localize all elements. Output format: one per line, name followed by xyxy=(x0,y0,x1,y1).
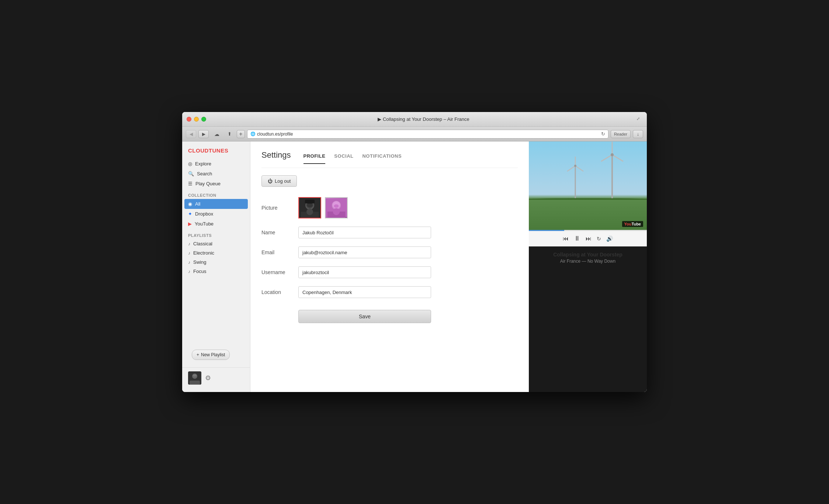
share-button[interactable]: ⬆ xyxy=(224,130,235,138)
sidebar-item-swing[interactable]: ♪ Swing xyxy=(182,258,250,267)
sidebar-item-search[interactable]: 🔍 Search xyxy=(182,169,250,179)
music-icon: ♪ xyxy=(188,260,190,265)
reader-button[interactable]: Reader xyxy=(611,130,631,138)
save-label: Save xyxy=(359,314,371,319)
explore-icon: ◎ xyxy=(188,161,192,167)
new-tab-button[interactable]: + xyxy=(237,130,245,138)
settings-icon[interactable]: ⚙ xyxy=(205,374,211,382)
tab-profile[interactable]: PROFILE xyxy=(303,153,326,164)
settings-content: Settings PROFILE SOCIAL NOTIFICATIONS ⏻ … xyxy=(250,141,529,392)
svg-point-22 xyxy=(574,165,576,167)
refresh-icon: ↻ xyxy=(597,236,601,242)
next-button[interactable]: ⏭ xyxy=(586,235,592,242)
playlist-label: Electronic xyxy=(193,250,214,256)
sidebar-item-dropbox[interactable]: ✦ Dropbox xyxy=(182,209,250,219)
minimize-button[interactable] xyxy=(194,117,199,122)
window-title: ▶ Collapsing at Your Doorstep – Air Fran… xyxy=(211,116,637,122)
email-row: Email xyxy=(261,246,518,258)
volume-button[interactable]: 🔊 xyxy=(606,235,613,242)
search-icon: 🔍 xyxy=(188,171,194,176)
svg-point-17 xyxy=(333,208,340,215)
sidebar-item-all[interactable]: ◉ All xyxy=(184,199,248,209)
sidebar-item-label: Explore xyxy=(195,161,211,167)
volume-icon: 🔊 xyxy=(606,235,613,242)
sidebar-item-label: All xyxy=(195,201,200,207)
sidebar-item-youtube[interactable]: ▶ YouTube xyxy=(182,219,250,229)
settings-title: Settings xyxy=(261,150,291,160)
url-text: cloudtun.es/profile xyxy=(257,132,598,137)
name-label: Name xyxy=(261,230,298,235)
cloud-icon: ☁ xyxy=(214,131,219,137)
sidebar-item-classical[interactable]: ♪ Classical xyxy=(182,239,250,248)
sidebar-item-electronic[interactable]: ♪ Electronic xyxy=(182,248,250,258)
address-bar[interactable]: 🌐 cloudtun.es/profile ↻ xyxy=(247,130,608,139)
name-row: Name xyxy=(261,227,518,238)
svg-rect-9 xyxy=(305,200,315,203)
sidebar-item-label: Dropbox xyxy=(195,211,213,217)
app-logo: CLOUDTUNES xyxy=(182,147,250,159)
avatar-secondary[interactable] xyxy=(325,197,348,218)
new-playlist-label: New Playlist xyxy=(201,352,225,357)
all-icon: ◉ xyxy=(188,201,192,207)
prev-icon: ⏮ xyxy=(563,235,569,242)
username-input[interactable] xyxy=(298,266,431,278)
share-icon: ⬆ xyxy=(228,131,232,137)
browser-toolbar: ◀ ▶ ☁ ⬆ + 🌐 cloudtun.es/profile ↻ Reader… xyxy=(182,127,647,141)
forward-button[interactable]: ▶ xyxy=(198,130,209,138)
playlist-label: Focus xyxy=(193,269,206,274)
back-button[interactable]: ◀ xyxy=(186,130,196,138)
expand-icon[interactable]: ⤢ xyxy=(637,116,642,122)
sidebar: CLOUDTUNES ◎ Explore 🔍 Search ☰ Play Que… xyxy=(182,141,250,392)
youtube-icon: ▶ xyxy=(188,221,192,227)
svg-point-3 xyxy=(193,374,197,377)
title-bar: ▶ Collapsing at Your Doorstep – Air Fran… xyxy=(182,112,647,127)
main-content: CLOUDTUNES ◎ Explore 🔍 Search ☰ Play Que… xyxy=(182,141,647,392)
queue-icon: ☰ xyxy=(188,181,192,186)
svg-line-25 xyxy=(601,155,612,161)
refresh-button[interactable]: ↻ xyxy=(597,235,601,242)
svg-point-27 xyxy=(611,153,614,156)
user-avatar[interactable] xyxy=(188,371,201,385)
location-label: Location xyxy=(261,289,298,295)
username-label: Username xyxy=(261,269,298,275)
music-icon: ♪ xyxy=(188,251,190,256)
collection-section-label: COLLECTION xyxy=(182,189,250,199)
name-input[interactable] xyxy=(298,227,431,238)
track-info: Collapsing at Your Doorstep Air France —… xyxy=(529,246,647,269)
secure-icon: 🌐 xyxy=(250,132,256,136)
save-button[interactable]: Save xyxy=(298,310,431,323)
sidebar-item-focus[interactable]: ♪ Focus xyxy=(182,267,250,276)
close-button[interactable] xyxy=(187,117,191,122)
youtube-logo: YouTube xyxy=(622,221,643,227)
reload-icon[interactable]: ↻ xyxy=(601,131,605,137)
email-label: Email xyxy=(261,249,298,255)
svg-line-20 xyxy=(567,166,575,171)
downloads-button[interactable]: ↓ xyxy=(633,130,643,138)
avatar-primary[interactable] xyxy=(298,197,321,218)
sidebar-item-explore[interactable]: ◎ Explore xyxy=(182,159,250,169)
maximize-button[interactable] xyxy=(201,117,206,122)
new-playlist-button[interactable]: + New Playlist xyxy=(192,350,230,360)
plus-icon: + xyxy=(239,131,242,137)
svg-line-21 xyxy=(575,166,583,171)
sidebar-item-playqueue[interactable]: ☰ Play Queue xyxy=(182,179,250,189)
next-icon: ⏭ xyxy=(586,235,592,242)
picture-container xyxy=(298,197,348,218)
sidebar-item-label: Search xyxy=(197,171,212,176)
cloud-button[interactable]: ☁ xyxy=(212,130,222,138)
tab-notifications[interactable]: NOTIFICATIONS xyxy=(362,153,402,163)
track-subtitle: Air France — No Way Down xyxy=(535,259,641,264)
traffic-lights xyxy=(187,117,206,122)
tab-social[interactable]: SOCIAL xyxy=(334,153,353,163)
svg-point-11 xyxy=(306,209,313,215)
pause-icon: ⏸ xyxy=(574,235,580,242)
pause-button[interactable]: ⏸ xyxy=(574,235,580,242)
reader-label: Reader xyxy=(614,132,627,136)
prev-button[interactable]: ⏮ xyxy=(563,235,569,242)
logout-button[interactable]: ⏻ Log out xyxy=(261,175,297,187)
downloads-icon: ↓ xyxy=(637,131,639,137)
location-row: Location xyxy=(261,286,518,298)
picture-label: Picture xyxy=(261,205,298,211)
location-input[interactable] xyxy=(298,286,431,298)
email-input[interactable] xyxy=(298,246,431,258)
